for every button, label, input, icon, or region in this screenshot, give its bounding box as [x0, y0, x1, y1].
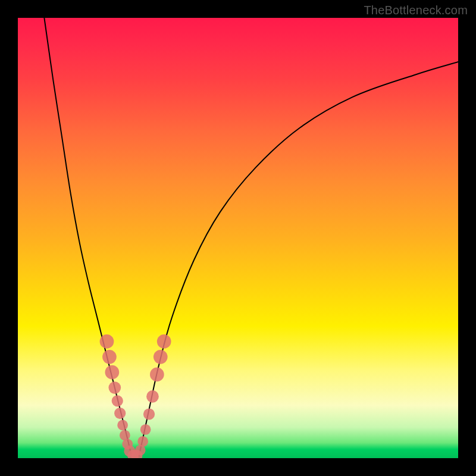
marker-point [150, 368, 164, 382]
marker-point [100, 334, 114, 349]
marker-point [112, 395, 123, 406]
marker-point [137, 436, 148, 447]
marker-point [146, 390, 159, 403]
plot-area [18, 18, 458, 458]
marker-point [114, 408, 126, 419]
marker-point [157, 334, 171, 349]
chart-svg [18, 18, 458, 458]
marker-point [102, 350, 117, 364]
chart-frame: TheBottleneck.com [0, 0, 476, 476]
curve-right-branch [139, 62, 459, 456]
marker-point [117, 420, 128, 431]
highlighted-markers [100, 334, 171, 458]
marker-point [108, 381, 121, 394]
watermark-text: TheBottleneck.com [364, 4, 468, 17]
marker-point [140, 424, 151, 435]
marker-point [143, 408, 155, 419]
marker-point [105, 365, 120, 380]
marker-point [154, 350, 168, 364]
